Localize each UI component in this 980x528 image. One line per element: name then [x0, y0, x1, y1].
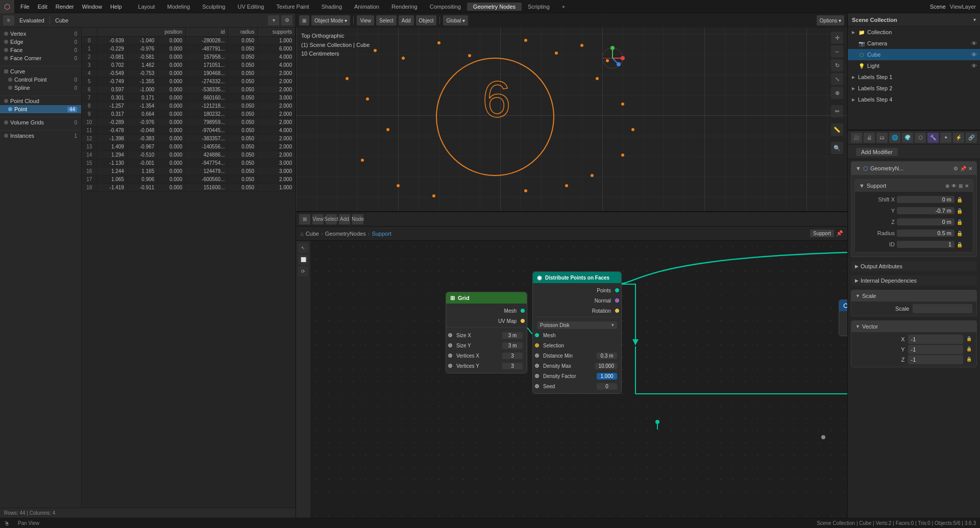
filter-btn[interactable]: ▾	[268, 15, 279, 26]
props-physics-btn[interactable]: ⚡	[953, 133, 964, 143]
tab-compositing[interactable]: Compositing	[424, 3, 467, 11]
attr-vertex[interactable]: Vertex 0	[0, 30, 81, 38]
vec-z-lock-btn[interactable]: 🔒	[966, 357, 972, 363]
radius-value[interactable]: 0.5 m	[897, 230, 954, 237]
tree-labels-step2[interactable]: ▶ Labels Step 2	[848, 83, 980, 94]
vec-y-panel-field[interactable]: -1	[908, 345, 964, 354]
support-label-btn[interactable]: Support	[810, 230, 834, 237]
dist-seed-value[interactable]: 0	[597, 383, 617, 390]
attr-control-point[interactable]: Control Point 0	[0, 76, 81, 84]
box-select-tool[interactable]: ⬜	[298, 255, 308, 265]
internal-dependencies-header[interactable]: ▶ Internal Dependencies	[851, 275, 977, 286]
add-modifier-btn[interactable]: Add Modifier	[856, 148, 898, 156]
col-id[interactable]: id	[185, 28, 228, 37]
tree-cube[interactable]: ⬡ Cube 👁	[848, 49, 980, 60]
pin-btn[interactable]: 📌	[836, 230, 843, 237]
measure-tool[interactable]: 📏	[831, 123, 843, 136]
attr-volume-grids[interactable]: Volume Grids 0	[0, 118, 81, 127]
vec-z-panel-field[interactable]: -1	[908, 355, 964, 364]
col-radius[interactable]: radius	[228, 28, 258, 37]
props-scene-btn[interactable]: 🌐	[889, 133, 900, 143]
tree-collection[interactable]: ▶ 📁 Collection	[848, 27, 980, 38]
tab-sculpting[interactable]: Sculpting	[196, 3, 231, 11]
scale-input-field[interactable]	[913, 304, 973, 313]
add-btn[interactable]: Add	[399, 15, 414, 26]
output-attributes-header[interactable]: ▶ Output Attributes	[851, 261, 977, 271]
grid-sizex-value[interactable]: 3 m	[502, 332, 523, 339]
vector-section-header[interactable]: ▼ Vector	[851, 321, 976, 332]
transform-global-btn[interactable]: Global ▾	[443, 15, 468, 26]
props-world-btn[interactable]: 🌍	[902, 133, 913, 143]
move-tool[interactable]: ↔	[831, 45, 843, 58]
modifier-pin-btn[interactable]: 📌	[960, 166, 966, 171]
node-editor-type-btn[interactable]: ⊞	[299, 214, 310, 224]
col-supports[interactable]: supports	[258, 28, 296, 37]
dist-densmax-value[interactable]: 10.000	[595, 363, 617, 369]
filter-scene-btn[interactable]: ▾	[973, 17, 976, 22]
grid-verty-value[interactable]: 3	[502, 363, 523, 369]
dist-densfactor-value[interactable]: 1.000	[597, 373, 617, 380]
tab-modeling[interactable]: Modeling	[161, 3, 197, 11]
col-position[interactable]: position	[97, 28, 185, 37]
vec-x-lock-btn[interactable]: 🔒	[966, 336, 972, 342]
support-close-btn[interactable]: ✕	[965, 183, 969, 189]
object-btn[interactable]: Object	[416, 15, 437, 26]
tab-rendering[interactable]: Rendering	[385, 3, 424, 11]
attr-instances[interactable]: Instances 1	[0, 132, 81, 140]
props-particle-btn[interactable]: ✦	[940, 133, 951, 143]
lasso-tool[interactable]: ⟳	[298, 266, 308, 276]
menu-render[interactable]: Render	[52, 3, 78, 11]
tab-animation[interactable]: Animation	[348, 3, 385, 11]
scale-tool[interactable]: ⤡	[831, 73, 843, 85]
props-object-btn[interactable]: ⬡	[915, 133, 926, 143]
annotate-tool[interactable]: ✏	[831, 105, 843, 117]
support-bake-btn[interactable]: ⊕	[945, 183, 949, 189]
node-distribute[interactable]: ◉ Distribute Points on Faces Points Norm…	[532, 271, 622, 394]
props-modifier-btn[interactable]: 🔧	[927, 133, 939, 143]
breadcrumb-cube[interactable]: Cube	[306, 231, 319, 237]
tab-shading[interactable]: Shading	[315, 3, 348, 11]
tab-geometry-nodes[interactable]: Geometry Nodes	[467, 3, 522, 11]
tab-add[interactable]: +	[556, 3, 571, 11]
attr-face-corner[interactable]: Face Corner 0	[0, 54, 81, 62]
tree-labels-step4[interactable]: ▶ Labels Step 4	[848, 94, 980, 105]
rotate-tool[interactable]: ↻	[831, 59, 843, 71]
tab-scripting[interactable]: Scripting	[522, 3, 556, 11]
shift-y-value[interactable]: -0.7 m	[897, 207, 954, 214]
viewport-3d[interactable]: ⊞ Object Mode ▾ View Select Add Object G…	[296, 13, 847, 212]
breadcrumb-geom-nodes[interactable]: GeometryNodes	[325, 231, 366, 237]
node-menu-btn[interactable]: Node	[352, 214, 363, 224]
view-btn[interactable]: View	[357, 15, 374, 26]
select-btn[interactable]: Select	[376, 15, 397, 26]
support-vis-btn[interactable]: 👁	[951, 183, 957, 189]
grid-vertx-value[interactable]: 3	[502, 353, 523, 359]
props-constraints-btn[interactable]: 🔗	[966, 133, 977, 143]
attr-point-cloud[interactable]: Point Cloud	[0, 97, 81, 105]
props-view-layer-btn[interactable]: 🗂	[876, 133, 888, 143]
attr-face[interactable]: Face 0	[0, 46, 81, 54]
select-node-btn[interactable]: Select	[326, 214, 337, 224]
node-grid[interactable]: ⊞ Grid Mesh UV Map	[446, 292, 527, 373]
options-btn-vp[interactable]: Options ▾	[817, 15, 844, 26]
add-node-btn[interactable]: Add	[339, 214, 350, 224]
menu-file[interactable]: File	[16, 3, 34, 11]
attr-edge[interactable]: Edge 0	[0, 38, 81, 46]
tab-texture-paint[interactable]: Texture Paint	[270, 3, 315, 11]
node-editor[interactable]: ↖ ⬜ ⟳	[296, 241, 847, 518]
tab-layout[interactable]: Layout	[132, 3, 161, 11]
view-node-btn[interactable]: View	[312, 214, 324, 224]
node-group-input[interactable]: ⬡ Group Input Scale Shift	[839, 299, 847, 336]
editor-type-btn[interactable]: ⊞	[299, 15, 309, 26]
vec-x-panel-field[interactable]: -1	[908, 335, 964, 344]
cursor-tool[interactable]: ✛	[831, 32, 843, 44]
transform-tool[interactable]: ⊕	[831, 87, 843, 99]
grid-sizey-value[interactable]: 3 m	[502, 342, 523, 349]
poisson-disk-dropdown[interactable]: Poisson Disk ▾	[537, 321, 617, 329]
menu-help[interactable]: Help	[106, 3, 126, 11]
attr-spline[interactable]: Spline 0	[0, 84, 81, 92]
shift-z-value[interactable]: 0 m	[897, 218, 954, 225]
zoom-region-tool[interactable]: 🔍	[831, 142, 843, 154]
props-output-btn[interactable]: 🖨	[864, 133, 875, 143]
vec-y-lock-btn[interactable]: 🔒	[966, 346, 972, 353]
attr-curve[interactable]: Curve	[0, 67, 81, 76]
